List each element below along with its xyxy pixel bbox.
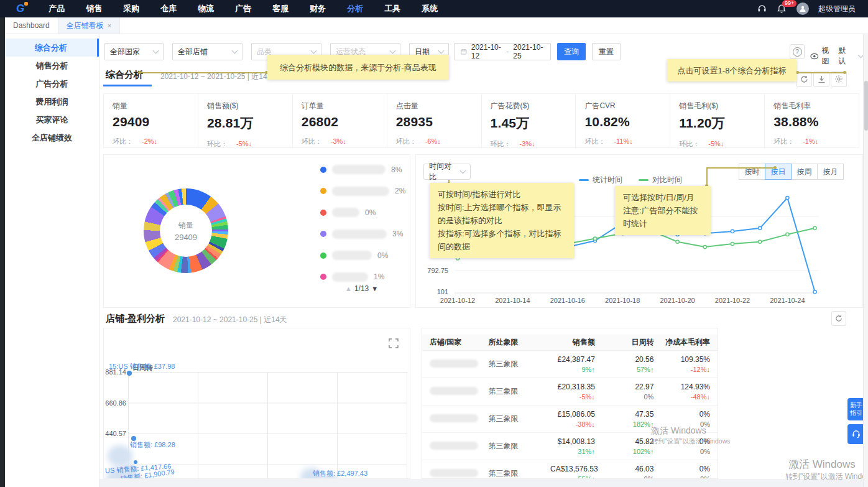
kpi-card-1[interactable]: 销量29409环比：-2%↓	[103, 93, 198, 148]
trend-data-point[interactable]	[703, 245, 706, 248]
trend-data-point[interactable]	[813, 290, 816, 294]
granularity-button-4[interactable]: 按月	[817, 164, 844, 180]
table-header-4: 日周转	[595, 337, 654, 348]
nav-item-1[interactable]: 产品	[38, 0, 75, 17]
note-connector-line	[140, 72, 267, 73]
quadrant-cell: 第三象限	[489, 359, 551, 369]
kpi-card-7[interactable]: 销售毛利($)11.20万环比：-5%↓	[670, 93, 765, 148]
reset-button[interactable]: 重置	[592, 43, 621, 60]
kpi-card-6[interactable]: 广告CVR10.82%环比：-11%↓	[575, 93, 670, 148]
trend-data-point[interactable]	[786, 197, 789, 200]
note-connector-line	[706, 167, 775, 169]
donut-chart[interactable]: 销量 29409	[144, 188, 228, 273]
kpi-card-2[interactable]: 销售额($)28.81万环比：-5%↓	[198, 93, 293, 148]
tab-bar: Dashboard全店铺看板×	[5, 17, 868, 34]
value-cell: 20.5657%↑	[595, 355, 654, 373]
nav-item-2[interactable]: 销售	[75, 0, 113, 17]
trend-data-point[interactable]	[813, 226, 816, 230]
newbie-guide-button[interactable]: 新手 指引	[847, 398, 865, 420]
sidebar-item-5[interactable]: 买家评论	[5, 111, 99, 129]
kpi-card-5[interactable]: 广告花费($)1.45万环比：-3%↓	[481, 93, 576, 148]
shop-select[interactable]: 全部店铺	[172, 43, 242, 60]
sidebar-item-3[interactable]: 广告分析	[5, 75, 99, 93]
table-row-1[interactable]: 第三象限£24,387.479%↑20.5657%↑109.35%-12%↓	[422, 351, 718, 378]
view-switcher[interactable]: 视图 默认	[810, 45, 863, 67]
kpi-card-3[interactable]: 订单量26802环比：-3%↓	[292, 93, 387, 148]
country-select[interactable]: 全部国家	[104, 43, 164, 60]
customer-service-button[interactable]	[847, 424, 865, 444]
kpi-label: 销售毛利($)	[679, 101, 755, 111]
app-logo[interactable]: G	[16, 0, 24, 17]
trend-data-point[interactable]	[759, 226, 762, 230]
refresh-icon	[800, 75, 808, 83]
kpi-card-4[interactable]: 点击量28935环比：-6%↓	[387, 93, 482, 148]
note-connector-line	[706, 167, 708, 186]
nav-item-3[interactable]: 采购	[113, 0, 150, 17]
nav-item-5[interactable]: 物流	[187, 0, 224, 17]
profit-date-range: 2021-10-12 ~ 2021-10-25 | 近14天	[173, 315, 287, 325]
donut-legend-item-6[interactable]: 1%	[320, 272, 384, 282]
donut-legend-item-2[interactable]: 2%	[320, 187, 405, 196]
tab-2[interactable]: 全店铺看板×	[58, 17, 120, 34]
trend-legend-item-2[interactable]: 对比时间	[639, 175, 682, 185]
profit-table: 店铺/国家所处象限销售额日周转净成本毛利率 第三象限£24,387.479%↑2…	[422, 328, 718, 479]
trend-legend-item-1[interactable]: 统计时间	[579, 175, 622, 185]
trend-data-point[interactable]	[676, 240, 679, 243]
donut-legend-item-1[interactable]: 8%	[320, 165, 402, 174]
granularity-button-1[interactable]: 按时	[739, 164, 765, 180]
scrollbar-thumb[interactable]	[864, 81, 868, 131]
trend-data-point[interactable]	[759, 240, 762, 243]
donut-legend-item-3[interactable]: 0%	[320, 208, 376, 217]
trend-data-point[interactable]	[786, 233, 789, 236]
value-cell: 124.93%-48%↓	[653, 383, 710, 401]
user-avatar[interactable]	[796, 2, 809, 15]
table-row-5[interactable]: 第三象限CA$13,576.5355%↑46.030%0%0%	[422, 460, 718, 479]
kpi-label: 点击量	[396, 101, 473, 111]
note-line: 可选择按时/日/周/月	[623, 191, 703, 204]
chevron-down-icon	[390, 48, 396, 54]
sidebar-item-6[interactable]: 全店铺绩效	[5, 129, 99, 147]
profit-refresh-button[interactable]	[831, 311, 846, 326]
quadrant-cell: 第三象限	[489, 414, 551, 424]
trend-data-point[interactable]	[731, 230, 734, 233]
tab-close-icon[interactable]: ×	[108, 17, 111, 34]
nav-item-4[interactable]: 仓库	[150, 0, 187, 17]
nav-item-6[interactable]: 广告	[224, 0, 262, 17]
scatter-point[interactable]	[127, 371, 132, 376]
kpi-label: 广告CVR	[584, 101, 661, 111]
sidebar-item-2[interactable]: 销售分析	[5, 57, 99, 75]
donut-legend-item-4[interactable]: 3%	[320, 230, 403, 239]
nav-item-11[interactable]: 系统	[411, 0, 448, 17]
sidebar-item-1[interactable]: 综合分析	[5, 39, 99, 57]
legend-dot-icon	[320, 188, 326, 194]
nav-item-9[interactable]: 分析	[336, 0, 374, 17]
pager-down-icon[interactable]: ▼	[371, 285, 378, 292]
windows-watermark: 激活 Windows	[788, 457, 856, 471]
trend-data-point[interactable]	[593, 237, 596, 240]
user-name[interactable]: 超级管理员	[818, 4, 856, 14]
kpi-card-8[interactable]: 销售毛利率38.88%环比：-1%↓	[764, 93, 859, 148]
nav-menu: 产品销售采购仓库物流广告客服财务分析工具系统	[38, 0, 448, 17]
granularity-button-2[interactable]: 按日	[765, 164, 792, 180]
date-range-picker[interactable]: 2021-10-12 - 2021-10-25	[454, 43, 551, 60]
cell-value: 0%	[653, 410, 710, 419]
notification-bell-icon[interactable]: 99+	[777, 4, 787, 14]
headset-support-icon[interactable]	[757, 4, 767, 14]
query-button[interactable]: 查询	[557, 43, 586, 60]
granularity-button-3[interactable]: 按周	[791, 164, 818, 180]
donut-legend-item-5[interactable]: 0%	[320, 251, 388, 260]
cell-value: £15,086.05	[550, 410, 595, 419]
legend-blurred-label	[332, 208, 359, 217]
nav-item-7[interactable]: 客服	[262, 0, 299, 17]
trend-data-point[interactable]	[731, 242, 734, 245]
help-button[interactable]: ?	[790, 44, 805, 59]
pager-up-icon[interactable]: ▲	[345, 285, 352, 292]
nav-item-10[interactable]: 工具	[374, 0, 411, 17]
nav-item-8[interactable]: 财务	[299, 0, 336, 17]
trend-x-tick: 2021-10-24	[761, 297, 813, 304]
fullscreen-icon[interactable]	[389, 338, 399, 348]
table-row-2[interactable]: 第三象限£20,318.35-5%↓22.970%124.93%-48%↓	[422, 378, 718, 406]
compare-mode-select[interactable]: 时间对比	[423, 164, 471, 180]
sidebar-item-4[interactable]: 费用利润	[5, 93, 99, 111]
tab-1[interactable]: Dashboard	[5, 17, 58, 34]
